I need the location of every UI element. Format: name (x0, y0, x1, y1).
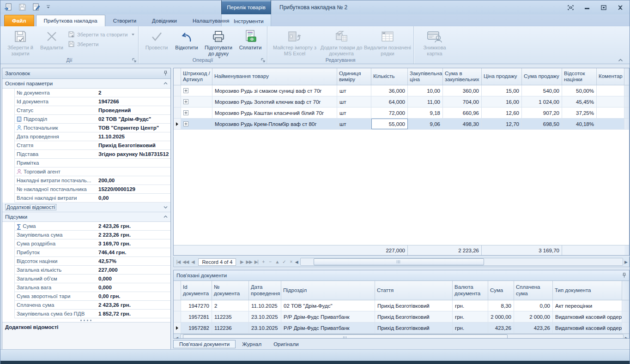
cell-buy-price[interactable]: 9,06 (408, 119, 443, 129)
column-header-markup[interactable]: Відсоток націнки (562, 68, 597, 85)
excel-import-button[interactable]: Майстер імпорту з MS Excel (270, 28, 319, 57)
column-header-doc-type[interactable]: Тип документа (553, 281, 622, 300)
field-value[interactable]: Згідно рахунку №18731512 (98, 151, 170, 157)
related-row[interactable]: 1947270 2 11.10.2025 02 ТОВ "Дрім-Фудс" … (174, 300, 629, 311)
field-row[interactable]: ПідставаЗгідно рахунку №18731512 (15, 150, 170, 159)
column-header-date[interactable]: Дата проведення (249, 281, 281, 300)
field-row[interactable]: Власні накладні витрати0,00 (15, 194, 170, 203)
cell-number[interactable]: 112235 (212, 311, 249, 322)
cell-currency[interactable]: грн. (453, 322, 488, 333)
cell-id[interactable]: 1957281 (181, 311, 212, 322)
expand-icon[interactable] (183, 88, 188, 93)
cell-paid[interactable]: 2 000,00 (514, 311, 553, 322)
maximize-icon[interactable] (600, 4, 607, 11)
cell-sum[interactable]: 2 000,00 (488, 311, 514, 322)
cell-name[interactable]: Морозиво Рудь Каштан класичний білий 70г (212, 107, 337, 118)
field-value[interactable]: 1947266 (98, 99, 170, 104)
fullscreen-icon[interactable] (567, 4, 574, 11)
cell-sell-price[interactable]: 12,70 (482, 119, 522, 129)
nav-prev-button[interactable]: ◀ (190, 259, 195, 264)
post-button[interactable]: Провести (141, 28, 172, 56)
field-value[interactable]: 2 423,26 грн. (98, 223, 170, 229)
field-row[interactable]: ∑Сума2 423,26 грн. (15, 222, 170, 231)
field-row[interactable]: Закупівельна сума без ПДВ1 852,72 грн. (15, 310, 170, 318)
field-value[interactable]: 15220/0000129 (98, 186, 170, 192)
related-row-selected[interactable]: 1957282 112236 23.10.2025 Р/Р Дрім-Фудс … (174, 322, 629, 334)
cell-sell-sum[interactable]: 540,00 (522, 85, 562, 96)
rollback-button[interactable]: Відкотити (172, 28, 201, 56)
cell-sell-sum[interactable]: 698,50 (522, 119, 562, 129)
cell-barcode[interactable] (181, 85, 212, 96)
cell-doc-type[interactable]: Акт переоцінки (553, 300, 622, 311)
field-row[interactable]: Загальний об'єм0,000 (15, 274, 170, 283)
field-row[interactable]: Підрозділ02 ТОВ "Дрім-Фудс" (15, 115, 170, 124)
field-row[interactable]: Загальна вага0,000 (15, 283, 170, 292)
nav-delete-button[interactable]: − (267, 259, 273, 264)
cell-qty[interactable]: 64,000 (371, 96, 408, 107)
column-header-number[interactable]: № документа (212, 281, 249, 300)
pin-icon[interactable] (622, 273, 626, 278)
column-header-comment[interactable]: Коментар (597, 68, 624, 85)
field-value[interactable]: 0,000 (98, 276, 170, 281)
scroll-right-icon[interactable]: ▶ (624, 260, 627, 264)
horizontal-scrollbar[interactable] (180, 334, 624, 339)
tab-file[interactable]: Файл (4, 15, 34, 26)
cell-unit[interactable]: шт (337, 119, 371, 129)
cell-buy-sum[interactable]: 360,00 (443, 85, 482, 96)
discount-card-button[interactable]: Знижкова картка (417, 28, 453, 57)
column-header-sell-price[interactable]: Ціна продажу (482, 68, 522, 85)
cell-barcode[interactable] (181, 119, 212, 129)
field-value[interactable]: 227,000 (98, 267, 170, 273)
save-icon[interactable] (17, 2, 27, 12)
cell-markup[interactable]: 40,18% (562, 119, 597, 129)
section-additional-info[interactable]: Додаткові відомості (2, 203, 170, 212)
nav-edit-button[interactable]: ▲ (274, 259, 280, 264)
field-row[interactable]: Id документа1947266 (15, 97, 170, 106)
column-header-department[interactable]: Підрозділ (281, 281, 375, 300)
nav-last-button[interactable]: ▶| (254, 259, 259, 264)
field-value[interactable]: 1 852,72 грн. (98, 311, 170, 316)
field-value[interactable]: 0,000 (98, 285, 170, 290)
field-row[interactable]: Загальна кількість227,000 (15, 266, 170, 274)
tab-dovidnyky[interactable]: Довідники (144, 15, 185, 26)
nav-cancel-button[interactable]: × (288, 259, 294, 264)
cell-article[interactable]: Прихід Безготівковий (375, 322, 453, 333)
cell-department[interactable]: 02 ТОВ "Дрім-Фудс" (281, 300, 375, 311)
goods-row[interactable]: Морозиво Рудь зі смаком суниці ваф ст 70… (174, 85, 629, 96)
cell-department[interactable]: Р/Р Дрім-Фудс Приватбанк (281, 311, 375, 322)
field-value[interactable]: Проведений (98, 107, 170, 113)
field-row[interactable]: Сума зворотньої тари0,00 грн. (15, 292, 170, 301)
related-row[interactable]: 1957281 112235 23.10.2025 Р/Р Дрім-Фудс … (174, 311, 629, 322)
field-value[interactable]: 2 423,26 грн. (98, 302, 170, 308)
delete-marked-rows-button[interactable]: Видалити позначені рядки (363, 28, 412, 57)
nav-prev-page-button[interactable]: ◀◀ (182, 259, 188, 264)
expand-icon[interactable] (183, 121, 188, 126)
column-header-paid[interactable]: Сплачена сума (514, 281, 553, 300)
field-row[interactable]: Закупівельна сума2 223,26 грн. (15, 231, 170, 239)
cell-sell-price[interactable]: 15,00 (482, 85, 522, 96)
collapse-ribbon-icon[interactable] (618, 59, 623, 62)
cell-date[interactable]: 11.10.2025 (249, 300, 281, 311)
field-row[interactable]: Торговий агент (15, 167, 170, 176)
tab-instrumenty[interactable]: Інструменти (226, 15, 272, 27)
cell-markup[interactable]: 37,25% (562, 107, 597, 118)
pay-button[interactable]: Сплатити (236, 28, 265, 56)
field-value[interactable]: 02 ТОВ "Дрім-Фудс" (98, 116, 170, 122)
field-row[interactable]: № документа2 (15, 89, 170, 97)
cell-doc-type[interactable]: Видатковий касовий ордер (553, 322, 622, 333)
cell-currency[interactable]: грн. (453, 300, 488, 311)
nav-next-page-button[interactable]: ▶▶ (246, 259, 252, 264)
document-arrow-icon[interactable] (3, 2, 13, 12)
field-row[interactable]: СтаттяПрихід Безготівковий (15, 141, 170, 150)
field-value[interactable]: Прихід Безготівковий (98, 143, 170, 148)
cell-sell-sum[interactable]: 907,20 (522, 107, 562, 118)
column-header-sell-sum[interactable]: Сума продажу (522, 68, 562, 85)
cell-buy-sum[interactable]: 704,00 (443, 96, 482, 107)
tab-related-documents[interactable]: Пов'язані документи (173, 340, 236, 348)
section-main-params[interactable]: Основні параметри (2, 79, 170, 89)
print-button[interactable]: Підготувати до друку (201, 28, 236, 59)
cell-buy-sum[interactable]: 660,96 (443, 107, 482, 118)
scroll-right-icon[interactable]: ▶ (625, 336, 628, 339)
cell-name[interactable]: Морозиво Рудь зі смаком суниці ваф ст 70… (212, 85, 337, 96)
cell-number[interactable]: 2 (212, 300, 249, 311)
